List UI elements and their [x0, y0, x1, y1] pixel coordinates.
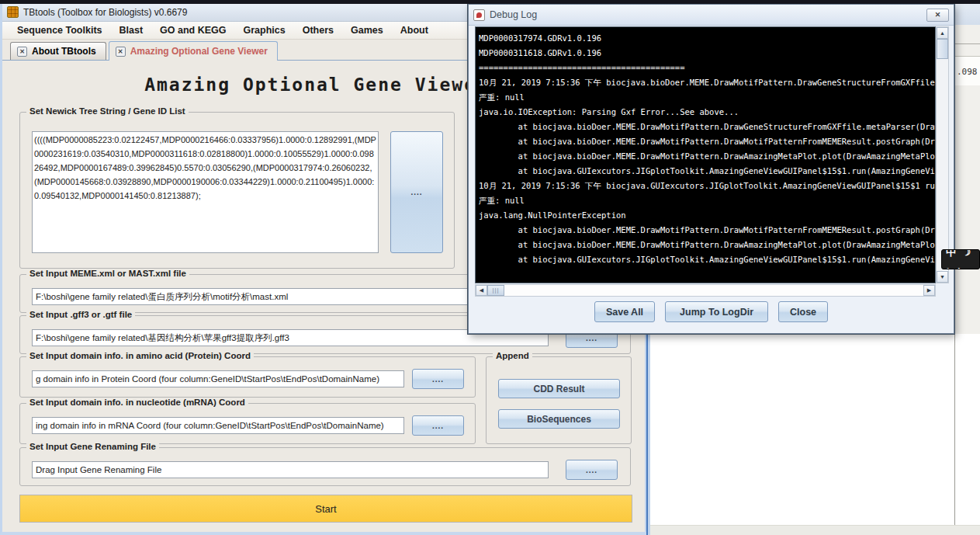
vertical-scroll-track[interactable]: [937, 59, 948, 271]
cdd-result-button[interactable]: CDD Result: [498, 379, 620, 398]
save-all-button[interactable]: Save All: [594, 301, 655, 322]
console-line: 严重: null: [479, 193, 932, 208]
console-line: at biocjava.bioDoer.MEME.DrawMotifPatter…: [479, 238, 932, 252]
rename-browse-button[interactable]: ....: [566, 460, 618, 480]
menu-item[interactable]: Games: [342, 23, 392, 38]
debug-console[interactable]: MDP0000317974.GDRv1.0.196MDP0000311618.G…: [475, 26, 936, 283]
background-window-canvas: [650, 334, 980, 535]
append-group-label: Append: [493, 351, 532, 360]
console-horizontal-scrollbar[interactable]: ◀ ▶: [475, 284, 936, 297]
console-line: MDP0000311618.GDRv1.0.196: [479, 46, 932, 61]
newick-tree-textarea[interactable]: ((((MDP0000085223:0.02122457,MDP00002164…: [32, 131, 379, 253]
newick-group-label: Set Newick Tree String / Gene ID List: [26, 106, 189, 116]
background-text-fragment: .098: [957, 67, 978, 77]
mrna-domain-input[interactable]: [32, 417, 404, 434]
close-button[interactable]: Close: [778, 301, 828, 322]
append-group: Append CDD Result BioSequences: [486, 356, 632, 444]
scroll-left-icon[interactable]: ◀: [476, 285, 487, 296]
tab-close-icon[interactable]: ✕: [116, 47, 126, 57]
console-line: at biocjava.bioDoer.MEME.DrawMotifPatter…: [479, 223, 932, 238]
menu-item[interactable]: GO and KEGG: [151, 23, 234, 38]
horizontal-scroll-thumb[interactable]: [487, 285, 504, 296]
console-line: at biocjava.GUIexcutors.JIGplotToolkit.A…: [479, 252, 932, 267]
start-button[interactable]: Start: [19, 495, 632, 523]
background-window-footer: [650, 525, 980, 535]
console-line: at biocjava.GUIexcutors.JIGplotToolkit.A…: [479, 164, 932, 179]
menu-item[interactable]: Graphics: [235, 23, 294, 38]
vertical-scroll-thumb[interactable]: [937, 39, 948, 59]
console-line: MDP0000317974.GDRv1.0.196: [479, 31, 932, 46]
protein-domain-group-label: Set Input domain info. in amino acid (Pr…: [26, 351, 254, 360]
mrna-domain-group-label: Set Input domain info. in nucleotide (mR…: [26, 398, 248, 407]
menu-item[interactable]: Sequence Toolkits: [9, 23, 111, 38]
scroll-up-icon[interactable]: ▲: [937, 27, 948, 39]
menu-item[interactable]: About: [392, 23, 437, 38]
tab-about-tbtools[interactable]: ✕ About TBtools: [10, 42, 106, 60]
console-vertical-scrollbar[interactable]: ▲ ▼: [936, 26, 949, 283]
console-line: at biocjava.bioDoer.MEME.DrawMotifPatter…: [479, 120, 932, 134]
background-window-right-strip: .098: [954, 0, 980, 334]
debug-window-titlebar[interactable]: Debug Log ✕: [469, 5, 954, 26]
divider: [954, 334, 955, 525]
mrna-domain-browse-button[interactable]: ....: [412, 415, 464, 436]
debug-button-row: Save All Jump To LogDir Close: [469, 301, 954, 322]
divider: [955, 43, 980, 44]
console-line: 严重: null: [479, 90, 932, 105]
scroll-down-icon[interactable]: ▼: [937, 271, 948, 283]
gff-group-label: Set Input .gff3 or .gtf file: [26, 310, 135, 319]
console-line: 10月 21, 2019 7:15:36 下午 biocjava.bioDoer…: [479, 75, 932, 90]
protein-domain-input[interactable]: [32, 370, 404, 387]
rename-group-label: Set Input Gene Renaming File: [26, 442, 159, 451]
console-line: java.lang.NullPointerException: [479, 208, 932, 223]
menu-item[interactable]: Others: [294, 23, 342, 38]
main-window-title: TBtools (Toolbox for Biologists) v0.6679: [23, 7, 187, 18]
scroll-right-icon[interactable]: ▶: [923, 285, 935, 296]
horizontal-scroll-track[interactable]: [504, 285, 923, 296]
console-line: at biocjava.bioDoer.MEME.DrawMotifPatter…: [479, 149, 932, 164]
meme-group-label: Set Input MEME.xml or MAST.xml file: [26, 269, 189, 278]
main-window-right-border: [646, 334, 648, 535]
tbtools-app-icon: [7, 6, 19, 18]
desktop-top-edge: [0, 0, 980, 4]
biosequences-button[interactable]: BioSequences: [498, 409, 620, 429]
menu-item[interactable]: Blast: [111, 23, 152, 38]
protein-domain-browse-button[interactable]: ....: [412, 369, 464, 389]
rename-file-input[interactable]: [32, 461, 549, 478]
screen: .098 TBtools (Toolbox for Biologists) v0…: [0, 0, 980, 535]
debug-log-window: Debug Log ✕ MDP0000317974.GDRv1.0.196MDP…: [468, 4, 954, 334]
newick-browse-button[interactable]: ....: [390, 131, 443, 253]
tab-close-icon[interactable]: ✕: [17, 47, 27, 57]
debug-close-button[interactable]: ✕: [926, 9, 949, 22]
jump-to-logdir-button[interactable]: Jump To LogDir: [665, 301, 768, 322]
tab-label: Amazing Optional Gene Viewer: [130, 46, 268, 57]
console-line: 10月 21, 2019 7:15:36 下午 biocjava.GUIexcu…: [479, 179, 932, 193]
console-line: ========================================…: [479, 61, 932, 75]
tab-label: About TBtools: [32, 46, 96, 57]
console-line: java.io.IOException: Parsing Gxf Error..…: [479, 105, 932, 120]
debug-log-icon: [473, 9, 485, 21]
ime-language-bar[interactable]: 中 ☽ 。,: [941, 249, 980, 269]
console-line: at biocjava.bioDoer.MEME.DrawMotifPatter…: [479, 134, 932, 149]
tab-amazing-optional-gene-viewer[interactable]: ✕ Amazing Optional Gene Viewer: [109, 41, 278, 61]
debug-window-title: Debug Log: [490, 9, 926, 20]
